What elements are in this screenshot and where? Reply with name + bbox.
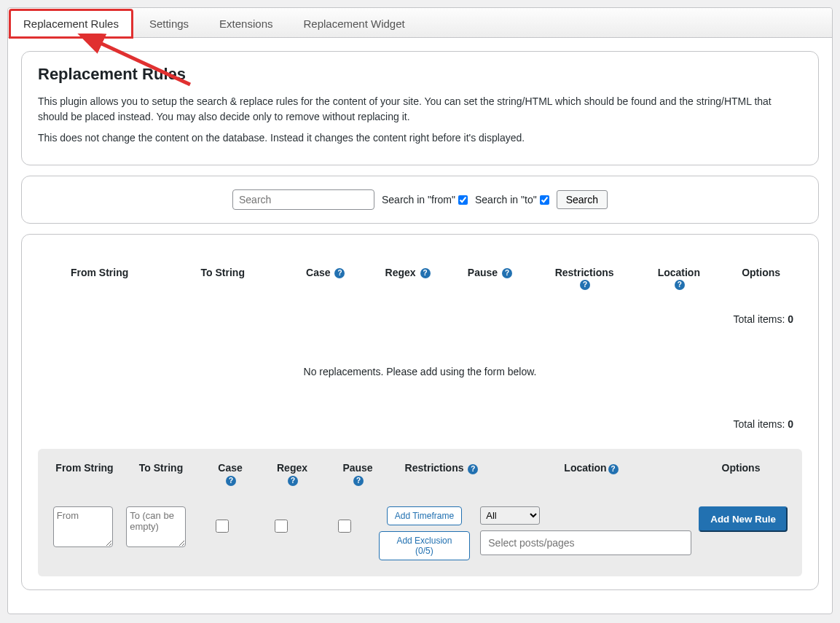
search-to-label[interactable]: Search in "to"	[475, 194, 549, 205]
header-case: Case ?	[284, 267, 366, 290]
help-icon[interactable]: ?	[334, 268, 345, 278]
form-header-case: Case?	[201, 462, 259, 485]
help-icon[interactable]: ?	[420, 268, 431, 278]
from-string-input[interactable]	[53, 506, 113, 547]
location-select[interactable]: All	[480, 506, 540, 525]
empty-message: No replacements. Please add using the fo…	[38, 329, 802, 414]
search-to-checkbox[interactable]	[540, 195, 549, 205]
tab-replacement-widget[interactable]: Replacement Widget	[289, 9, 418, 37]
form-header-from: From String	[48, 462, 121, 485]
location-posts-input[interactable]	[480, 530, 691, 555]
form-header-to: To String	[121, 462, 201, 485]
form-header-restrictions: Restrictions ?	[390, 462, 492, 485]
header-to: To String	[161, 267, 284, 290]
tab-settings[interactable]: Settings	[136, 9, 203, 37]
intro-card: Replacement Rules This plugin allows you…	[21, 51, 819, 165]
form-header-location: Location?	[492, 462, 690, 485]
case-checkbox[interactable]	[216, 520, 229, 533]
total-items-top: Total items: 0	[38, 309, 802, 329]
intro-paragraph-1: This plugin allows you to setup the sear…	[38, 94, 802, 125]
tab-bar: Replacement Rules Settings Extensions Re…	[8, 8, 832, 38]
to-string-input[interactable]	[126, 506, 186, 547]
search-input[interactable]	[232, 189, 374, 210]
help-icon[interactable]: ?	[468, 464, 478, 474]
main-panel: Replacement Rules Settings Extensions Re…	[7, 7, 833, 614]
table-header-row: From String To String Case ? Regex ? Pau…	[38, 259, 802, 309]
rules-card: From String To String Case ? Regex ? Pau…	[21, 234, 819, 590]
help-icon[interactable]: ?	[353, 476, 364, 486]
header-restrictions: Restrictions?	[531, 267, 638, 290]
add-timeframe-button[interactable]: Add Timeframe	[387, 506, 462, 525]
pause-checkbox[interactable]	[338, 520, 351, 533]
intro-paragraph-2: This does not change the content on the …	[38, 130, 802, 146]
tab-extensions[interactable]: Extensions	[205, 9, 286, 37]
regex-checkbox[interactable]	[275, 520, 288, 533]
help-icon[interactable]: ?	[288, 476, 298, 486]
tab-replacement-rules[interactable]: Replacement Rules	[9, 9, 133, 38]
search-card: Search in "from" Search in "to" Search	[21, 176, 819, 224]
form-header-pause: Pause?	[325, 462, 390, 485]
header-location: Location?	[637, 267, 720, 290]
page-title: Replacement Rules	[38, 65, 802, 84]
add-exclusion-button[interactable]: Add Exclusion (0/5)	[379, 531, 471, 560]
search-from-label[interactable]: Search in "from"	[382, 194, 468, 205]
total-items-bottom: Total items: 0	[38, 414, 802, 434]
header-options: Options	[720, 267, 802, 290]
help-icon[interactable]: ?	[608, 464, 619, 474]
help-icon[interactable]: ?	[580, 280, 590, 290]
help-icon[interactable]: ?	[675, 280, 685, 290]
add-rule-form: From String To String Case? Regex? Pause…	[38, 449, 802, 576]
help-icon[interactable]: ?	[226, 476, 236, 486]
header-pause: Pause ?	[449, 267, 531, 290]
header-from: From String	[38, 267, 161, 290]
form-header-options: Options	[690, 462, 792, 485]
add-new-rule-button[interactable]: Add New Rule	[699, 506, 788, 532]
header-regex: Regex ?	[366, 267, 449, 290]
help-icon[interactable]: ?	[502, 268, 512, 278]
search-from-checkbox[interactable]	[458, 195, 468, 205]
content-area: Replacement Rules This plugin allows you…	[8, 38, 832, 614]
form-header-regex: Regex?	[259, 462, 325, 485]
search-button[interactable]: Search	[557, 190, 608, 209]
